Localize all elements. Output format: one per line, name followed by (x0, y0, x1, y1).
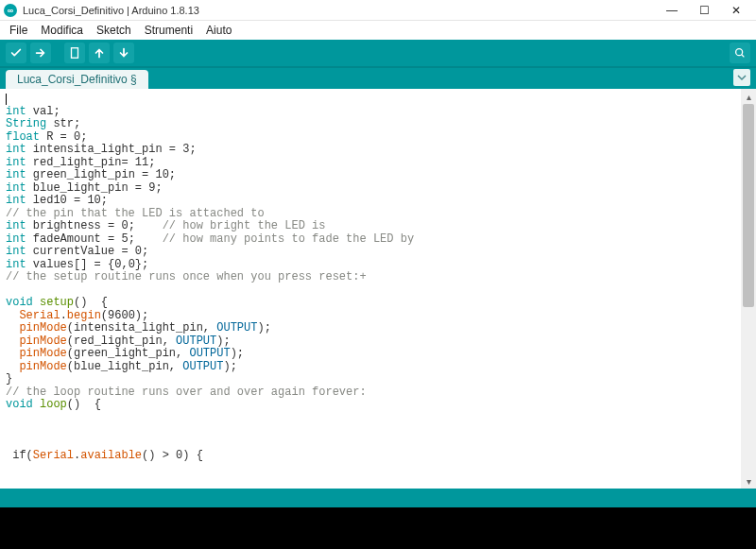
close-button[interactable]: ✕ (720, 0, 752, 21)
scroll-up-icon[interactable]: ▴ (741, 89, 756, 104)
menu-sketch[interactable]: Sketch (91, 22, 137, 39)
tab-bar: Luca_Corsi_Definitivo § (0, 66, 756, 89)
upload-button[interactable] (30, 43, 51, 63)
arduino-app-icon: ∞ (4, 4, 17, 17)
window-title: Luca_Corsi_Definitivo | Arduino 1.8.13 (23, 5, 199, 16)
svg-point-1 (736, 49, 743, 56)
editor-area: int val;String str;float R = 0;int inten… (0, 89, 756, 489)
arrow-right-icon (34, 46, 47, 60)
menu-file[interactable]: File (4, 22, 33, 39)
menu-help[interactable]: Aiuto (200, 22, 237, 39)
status-bar (0, 489, 756, 507)
toolbar (0, 40, 756, 66)
tab-label: Luca_Corsi_Definitivo § (17, 73, 137, 86)
scrollbar-track[interactable] (741, 104, 756, 473)
tab-sketch[interactable]: Luca_Corsi_Definitivo § (6, 70, 148, 89)
code-editor[interactable]: int val;String str;float R = 0;int inten… (0, 89, 741, 489)
vertical-scrollbar[interactable]: ▴ ▾ (741, 89, 756, 489)
maximize-button[interactable]: ☐ (688, 0, 720, 21)
menu-bar: File Modifica Sketch Strumenti Aiuto (0, 21, 756, 40)
save-sketch-button[interactable] (113, 43, 134, 63)
chevron-down-icon (737, 73, 747, 82)
check-icon (9, 46, 23, 60)
window-titlebar: ∞ Luca_Corsi_Definitivo | Arduino 1.8.13… (0, 0, 756, 21)
tab-dropdown-button[interactable] (733, 69, 750, 86)
scrollbar-thumb[interactable] (743, 104, 754, 307)
arrow-up-icon (93, 46, 106, 60)
minimize-button[interactable]: — (656, 0, 688, 21)
scroll-down-icon[interactable]: ▾ (741, 473, 756, 489)
menu-edit[interactable]: Modifica (35, 22, 89, 39)
file-icon (68, 46, 81, 60)
svg-rect-0 (72, 48, 78, 59)
console-output (0, 507, 756, 549)
menu-tools[interactable]: Strumenti (139, 22, 198, 39)
verify-button[interactable] (6, 43, 26, 63)
serial-monitor-button[interactable] (730, 43, 750, 63)
serial-monitor-icon (733, 46, 747, 60)
open-sketch-button[interactable] (89, 43, 110, 63)
arrow-down-icon (117, 46, 130, 60)
new-sketch-button[interactable] (64, 43, 85, 63)
